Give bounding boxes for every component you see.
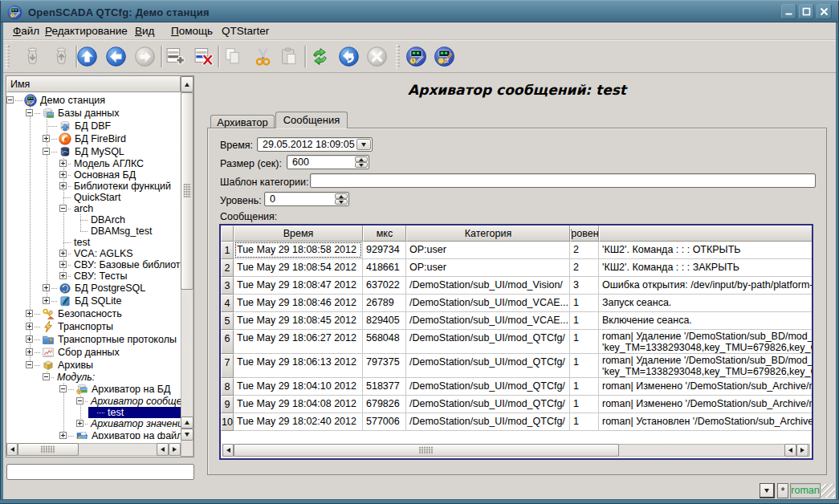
column-header-usec[interactable]: мкс <box>363 226 406 242</box>
tree-expander-plus-icon[interactable] <box>26 348 33 356</box>
cell-time[interactable]: Tue May 29 18:08:54 2012 <box>234 259 363 277</box>
cell-level[interactable]: 1 <box>570 413 599 431</box>
cell-time[interactable]: Tue May 29 18:08:58 2012 <box>234 242 363 259</box>
cell-message[interactable]: roman| Изменено '/DemoStation/sub_Archiv… <box>599 396 813 413</box>
column-header-message[interactable] <box>599 226 813 242</box>
tree-item-архиватор-на-файловую-систему[interactable]: Архиватор на файловую систему <box>6 429 181 439</box>
cell-category[interactable]: /DemoStation/sub_UI/mod_QTCfg/ <box>406 396 570 413</box>
cell-num[interactable]: 7 <box>221 354 234 378</box>
cell-num[interactable]: 6 <box>221 330 234 354</box>
tree-item-безопасность[interactable]: Безопасность <box>6 307 181 320</box>
cell-time[interactable]: Tue May 29 18:02:40 2012 <box>234 413 363 431</box>
cell-message[interactable]: roman| Изменено '/DemoStation/sub_Archiv… <box>599 378 813 396</box>
tree-item-test[interactable]: test <box>88 407 181 418</box>
tree-scroll-up-button[interactable] <box>181 76 193 92</box>
cell-time[interactable]: Tue May 29 18:04:10 2012 <box>234 378 363 396</box>
table-row-10[interactable]: 10Tue May 29 18:02:40 2012577006/DemoSta… <box>221 413 813 431</box>
tab-messages[interactable]: Сообщения <box>275 112 348 128</box>
tree-item-библиотеки-функций[interactable]: Библиотеки функций <box>6 181 181 192</box>
tree-expander-plus-icon[interactable] <box>59 272 67 279</box>
tree-item-демо-станция[interactable]: Демо станция <box>6 94 181 107</box>
cell-message[interactable]: roman| Установлен '/DemoStation/sub_Arch… <box>599 413 813 431</box>
cell-level[interactable]: 1 <box>570 312 599 330</box>
tree-item-dbarch[interactable]: DBArch <box>6 214 181 226</box>
table-row-3[interactable]: 3Tue May 29 18:08:47 2012637022/DemoStat… <box>221 277 813 295</box>
table-row-8[interactable]: 8Tue May 29 18:04:10 2012518377/DemoStat… <box>221 378 813 396</box>
cut-item-button[interactable] <box>250 43 276 70</box>
cell-num[interactable]: 1 <box>221 242 234 259</box>
tree-expander-minus-icon[interactable] <box>43 373 50 380</box>
cell-category[interactable]: OP:user <box>406 242 570 259</box>
tree-expander-plus-icon[interactable] <box>43 135 50 142</box>
cell-num[interactable]: 3 <box>221 277 234 295</box>
tree-item-основная-бд[interactable]: Основная БД <box>6 169 181 181</box>
cell-level[interactable]: 1 <box>570 354 599 378</box>
cell-level[interactable]: 1 <box>570 378 599 396</box>
menu-qtstarter[interactable]: QTStarter <box>214 22 276 39</box>
tree-expander-plus-icon[interactable] <box>59 432 67 439</box>
tree-item-архиватор-сообщений[interactable]: Архиватор сообщений <box>6 396 181 407</box>
tree-item-архиватор-на-бд[interactable]: Архиватор на БД <box>6 383 181 396</box>
table-scroll-left-button-2[interactable] <box>784 444 796 457</box>
tree-expander-plus-icon[interactable] <box>26 310 33 317</box>
level-spinbox[interactable]: 0 <box>264 192 349 206</box>
tree-item-модуль-[interactable]: Модуль: <box>6 372 181 383</box>
cell-message[interactable]: Запуск сеанса. <box>599 295 813 312</box>
cell-usec[interactable]: 518377 <box>363 378 406 396</box>
table-scroll-left-button[interactable] <box>222 444 234 457</box>
time-datetime-field[interactable]: 29.05.2012 18:09:05 <box>257 137 373 152</box>
cell-message[interactable]: 'КШ2'. Команда : : : ЗАКРЫТЬ <box>599 259 813 277</box>
cell-num[interactable]: 9 <box>221 396 234 413</box>
table-row-5[interactable]: 5Tue May 29 18:08:45 2012829405/DemoStat… <box>221 312 813 330</box>
minimize-button[interactable] <box>781 4 796 19</box>
cell-level[interactable]: 2 <box>570 259 599 277</box>
tree-item-транспортные-протоколы[interactable]: Транспортные протоколы <box>6 333 181 346</box>
tree-item-бд-firebird[interactable]: БД FireBird <box>6 132 181 145</box>
column-header-category[interactable]: Категория <box>406 226 570 242</box>
tree-expander-minus-icon[interactable] <box>26 109 33 116</box>
cell-level[interactable]: 1 <box>570 330 599 354</box>
cell-usec[interactable]: 568048 <box>363 330 406 354</box>
cell-usec[interactable]: 26789 <box>363 295 406 312</box>
level-spin-up-button[interactable] <box>335 193 348 199</box>
qtstarter-vision-button[interactable] <box>431 43 458 70</box>
cell-num[interactable]: 4 <box>221 295 234 312</box>
cell-time[interactable]: Tue May 29 18:08:45 2012 <box>234 312 363 330</box>
tree-item-архиватор-значений[interactable]: Архиватор значений <box>6 418 181 429</box>
cell-message[interactable]: 'КШ2'. Команда : : : ОТКРЫТЬ <box>599 242 813 259</box>
go-back-button[interactable] <box>103 43 129 70</box>
qtstarter-qtcfg-button[interactable] <box>403 43 430 70</box>
add-item-button[interactable] <box>162 43 189 70</box>
cell-category[interactable]: /DemoStation/sub_UI/mod_QTCfg/ <box>406 378 570 396</box>
cell-time[interactable]: Tue May 29 18:08:46 2012 <box>234 295 363 312</box>
cell-category[interactable]: /DemoStation/sub_UI/mod_QTCfg/ <box>406 413 570 431</box>
cell-time[interactable]: Tue May 29 18:06:13 2012 <box>234 354 363 378</box>
cell-message[interactable]: Включение сеанса. <box>599 312 813 330</box>
tree-item-бд-mysql[interactable]: БД MySQL <box>6 145 181 158</box>
time-dropdown-button[interactable] <box>356 139 371 150</box>
cell-category[interactable]: /DemoStation/sub_UI/mod_QTCfg/ <box>406 354 570 378</box>
cell-usec[interactable]: 637022 <box>363 277 406 295</box>
tree-expander-plus-icon[interactable] <box>26 323 33 330</box>
maximize-button[interactable] <box>799 4 814 19</box>
cell-num[interactable]: 8 <box>221 378 234 396</box>
tree-expander-minus-icon[interactable] <box>76 397 83 404</box>
category-template-input[interactable] <box>310 173 816 188</box>
cell-usec[interactable]: 577006 <box>363 413 406 431</box>
size-spinbox[interactable]: 600 <box>287 155 369 169</box>
tree-item-test[interactable]: test <box>6 237 181 248</box>
cell-message[interactable]: roman| Удаление '/DemoStation/sub_BD/mod… <box>599 354 813 378</box>
tree-filter-input[interactable] <box>6 464 194 480</box>
table-scroll-right-button[interactable] <box>796 444 808 457</box>
cell-category[interactable]: /DemoStation/sub_UI/mod_VCAE... <box>406 295 570 312</box>
table-row-1[interactable]: 1Tue May 29 18:08:58 2012929734OP:user2'… <box>221 242 813 259</box>
menu-view[interactable]: Вид <box>128 22 161 39</box>
cell-level[interactable]: 2 <box>570 242 599 259</box>
column-header-time[interactable]: Время <box>234 226 363 242</box>
close-button[interactable] <box>817 4 832 19</box>
menu-edit[interactable]: Редактирование <box>38 22 135 39</box>
tree-expander-plus-icon[interactable] <box>59 250 67 257</box>
tree-expander-minus-icon[interactable] <box>6 96 14 104</box>
tab-archivator[interactable]: Архиватор <box>210 115 275 128</box>
cell-message[interactable]: roman| Удаление '/DemoStation/sub_BD/mod… <box>599 330 813 354</box>
